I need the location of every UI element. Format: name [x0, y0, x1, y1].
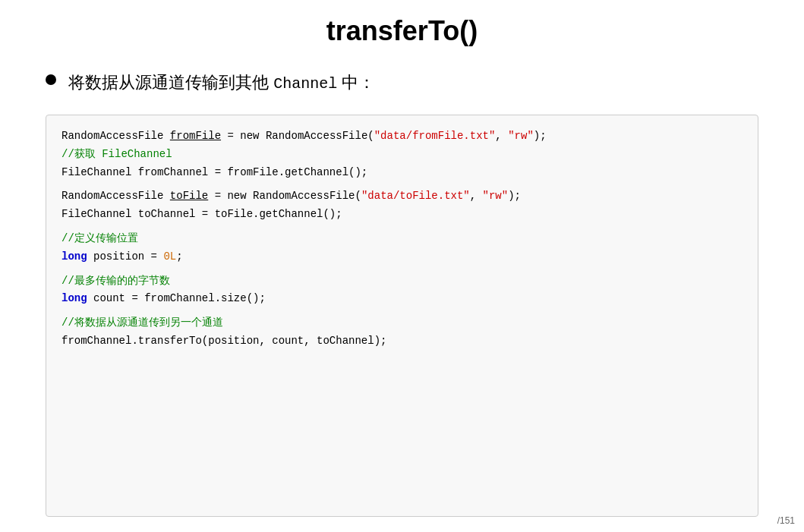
code-line-empty-3 [61, 266, 743, 272]
code-line-2: //获取 FileChannel [61, 146, 743, 164]
code-line-empty-2 [61, 224, 743, 230]
page-title: transferTo() [46, 15, 758, 47]
code-line-12: long count = fromChannel.size(); [61, 290, 743, 308]
code-line-5: RandomAccessFile toFile = new RandomAcce… [61, 187, 743, 206]
bullet-suffix: 中： [337, 73, 375, 92]
code-line-6: FileChannel toChannel = toFile.getChanne… [61, 206, 743, 224]
code-line-empty-4 [61, 308, 743, 314]
code-line-15: fromChannel.transferTo(position, count, … [61, 332, 743, 351]
code-line-14: //将数据从源通道传到另一个通道 [61, 314, 743, 332]
code-line-empty-1 [61, 181, 743, 187]
bullet-mono: Channel [273, 75, 337, 93]
page-number: /151 [777, 515, 795, 526]
code-line-3: FileChannel fromChannel = fromFile.getCh… [61, 164, 743, 182]
code-line-9: long position = 0L; [61, 248, 743, 266]
bullet-prefix: 将数据从源通道传输到其他 [68, 73, 273, 92]
code-line-1: RandomAccessFile fromFile = new RandomAc… [61, 127, 743, 146]
code-line-11: //最多传输的的字节数 [61, 272, 743, 291]
bullet-point: 将数据从源通道传输到其他 Channel 中： [46, 70, 758, 96]
page-container: transferTo() 将数据从源通道传输到其他 Channel 中： Ran… [0, 0, 804, 532]
code-block: RandomAccessFile fromFile = new RandomAc… [46, 115, 758, 517]
code-line-8: //定义传输位置 [61, 230, 743, 248]
bullet-dot [46, 74, 56, 85]
bullet-text: 将数据从源通道传输到其他 Channel 中： [68, 70, 375, 96]
